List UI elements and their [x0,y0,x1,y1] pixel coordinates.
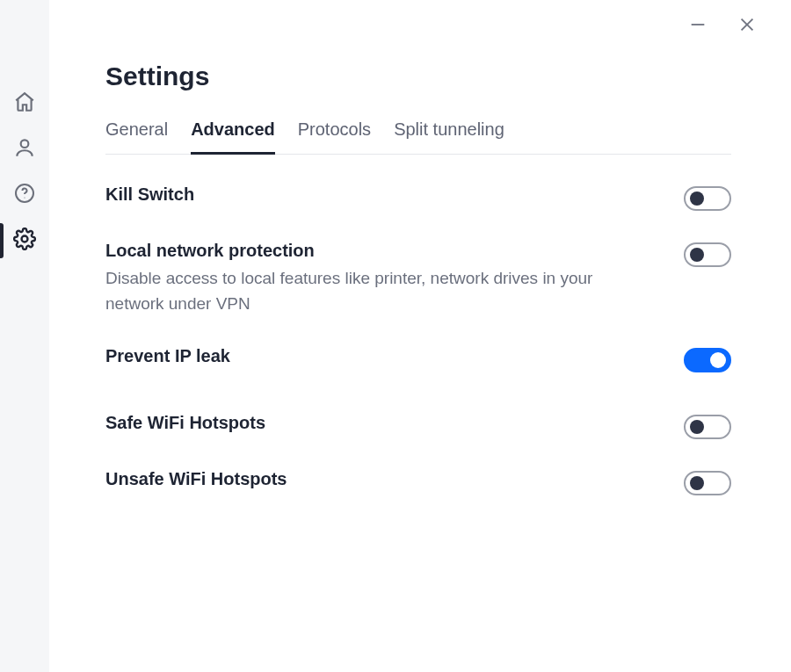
svg-point-0 [21,140,29,148]
tab-advanced[interactable]: Advanced [191,119,275,155]
tab-general[interactable]: General [105,119,168,154]
svg-point-2 [24,197,25,198]
help-icon [14,183,35,207]
toggle-knob [690,420,704,434]
setting-kill-switch: Kill Switch [105,184,731,211]
toggle-unsafe-wifi-hotspots[interactable] [684,471,731,495]
minimize-icon [688,15,708,38]
toggle-knob [690,191,704,206]
toggle-knob [710,352,726,368]
tab-split-tunneling[interactable]: Split tunneling [394,119,504,154]
sidebar-item-help[interactable] [0,172,49,218]
window-controls [686,14,759,39]
toggle-local-network-protection[interactable] [684,242,731,267]
setting-local-network-protection: Local network protection Disable access … [105,241,731,316]
setting-unsafe-wifi-hotspots: Unsafe WiFi Hotspots [105,469,731,495]
setting-text: Prevent IP leak [105,346,230,366]
main-content: Settings General Advanced Protocols Spli… [49,0,791,672]
setting-title: Prevent IP leak [105,346,230,366]
setting-description: Disable access to local features like pr… [105,266,633,316]
setting-title: Unsafe WiFi Hotspots [105,469,287,489]
minimize-button[interactable] [686,14,710,39]
setting-text: Local network protection Disable access … [105,241,633,316]
setting-text: Safe WiFi Hotspots [105,413,265,433]
setting-title: Safe WiFi Hotspots [105,413,265,433]
user-icon [13,136,36,163]
toggle-prevent-ip-leak[interactable] [684,348,731,372]
home-icon [13,90,36,117]
setting-text: Unsafe WiFi Hotspots [105,469,287,489]
tab-protocols[interactable]: Protocols [298,119,371,154]
setting-title: Local network protection [105,241,633,261]
close-icon [737,15,757,38]
toggle-safe-wifi-hotspots[interactable] [684,415,731,439]
page-title: Settings [105,0,731,91]
settings-tabs: General Advanced Protocols Split tunneli… [105,119,731,155]
settings-list: Kill Switch Local network protection Dis… [105,184,731,495]
gear-icon [13,228,36,254]
svg-point-3 [22,236,28,242]
toggle-kill-switch[interactable] [684,186,731,211]
setting-safe-wifi-hotspots: Safe WiFi Hotspots [105,413,731,439]
sidebar [0,0,49,672]
setting-prevent-ip-leak: Prevent IP leak [105,346,731,372]
toggle-knob [690,248,704,262]
sidebar-item-settings[interactable] [0,218,49,264]
sidebar-item-account[interactable] [0,126,49,172]
setting-title: Kill Switch [105,184,194,205]
close-button[interactable] [735,14,759,39]
setting-text: Kill Switch [105,184,194,205]
toggle-knob [690,476,704,490]
sidebar-item-home[interactable] [0,81,49,126]
